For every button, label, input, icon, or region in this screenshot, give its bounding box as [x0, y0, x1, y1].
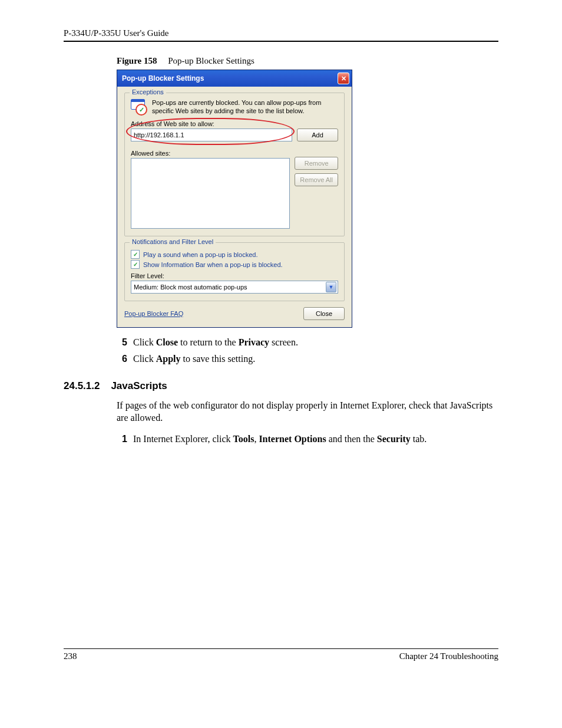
- footer-rule: [64, 648, 498, 649]
- step-text: Click Apply to save this setting.: [133, 353, 255, 365]
- steps-after-figure: 5 Click Close to return to the Privacy s…: [119, 336, 498, 366]
- checkbox-checked-icon[interactable]: ✓: [131, 250, 140, 259]
- address-input[interactable]: [131, 129, 292, 141]
- dialog-title: Pop-up Blocker Settings: [122, 74, 204, 83]
- allowed-label: Allowed sites:: [131, 150, 338, 157]
- exceptions-legend: Exceptions: [130, 88, 166, 95]
- chevron-down-icon: ▼: [326, 282, 336, 292]
- address-highlight: [131, 129, 292, 141]
- allowed-row: Remove Remove All: [131, 157, 338, 229]
- step-5: 5 Click Close to return to the Privacy s…: [119, 336, 498, 349]
- filter-level-label: Filter Level:: [131, 272, 338, 279]
- faq-link[interactable]: Pop-up Blocker FAQ: [124, 310, 183, 317]
- step-text: In Internet Explorer, click Tools, Inter…: [133, 433, 427, 446]
- show-bar-row: ✓ Show Information Bar when a pop-up is …: [131, 260, 338, 269]
- play-sound-row: ✓ Play a sound when a pop-up is blocked.: [131, 250, 338, 259]
- page-number: 238: [64, 651, 77, 661]
- step-text: Click Close to return to the Privacy scr…: [133, 336, 298, 349]
- checkbox-checked-icon[interactable]: ✓: [131, 260, 140, 269]
- section-paragraph: If pages of the web configurator do not …: [117, 399, 498, 424]
- section-heading: 24.5.1.2 JavaScripts: [64, 380, 498, 392]
- dialog-body: Exceptions ✓ Pop-ups are currently block…: [117, 87, 352, 327]
- step-6: 6 Click Apply to save this setting.: [119, 353, 498, 365]
- step-number: 5: [119, 336, 127, 349]
- notifications-group: Notifications and Filter Level ✓ Play a …: [124, 242, 345, 301]
- step-number: 1: [119, 433, 127, 446]
- exceptions-group: Exceptions ✓ Pop-ups are currently block…: [124, 93, 345, 236]
- section-title: JavaScripts: [111, 380, 167, 391]
- close-icon[interactable]: ✕: [338, 73, 349, 84]
- figure-label: Figure 158: [117, 56, 157, 65]
- step-1: 1 In Internet Explorer, click Tools, Int…: [119, 433, 498, 446]
- info-row: ✓ Pop-ups are currently blocked. You can…: [131, 99, 338, 116]
- address-label: Address of Web site to allow:: [131, 120, 338, 127]
- notifications-legend: Notifications and Filter Level: [130, 238, 216, 245]
- filter-level-value: Medium: Block most automatic pop-ups: [134, 284, 247, 291]
- filter-level-select[interactable]: Medium: Block most automatic pop-ups ▼: [131, 281, 338, 294]
- page-footer: 238 Chapter 24 Troubleshooting: [64, 648, 498, 661]
- running-head: P-334U/P-335U User's Guide: [64, 28, 498, 38]
- remove-button[interactable]: Remove: [295, 157, 338, 170]
- dialog-footer: Pop-up Blocker FAQ Close: [124, 307, 345, 320]
- allowed-sites-list[interactable]: [131, 158, 290, 229]
- popup-info-icon: ✓: [131, 99, 147, 116]
- show-bar-label: Show Information Bar when a pop-up is bl…: [143, 261, 283, 268]
- header-rule: [64, 41, 498, 42]
- footer-row: 238 Chapter 24 Troubleshooting: [64, 651, 498, 661]
- chapter-label: Chapter 24 Troubleshooting: [399, 651, 498, 661]
- dialog-titlebar: Pop-up Blocker Settings ✕: [117, 70, 352, 87]
- document-page: P-334U/P-335U User's Guide Figure 158 Po…: [0, 0, 562, 690]
- figure-title: Pop-up Blocker Settings: [168, 56, 254, 65]
- section-number: 24.5.1.2: [64, 380, 100, 391]
- remove-all-button[interactable]: Remove All: [295, 173, 338, 186]
- add-button[interactable]: Add: [297, 129, 338, 141]
- figure-caption: Figure 158 Pop-up Blocker Settings: [117, 56, 498, 66]
- list-side-buttons: Remove Remove All: [295, 157, 338, 186]
- info-text: Pop-ups are currently blocked. You can a…: [152, 99, 338, 116]
- address-row: Add: [131, 129, 338, 141]
- popup-blocker-dialog: Pop-up Blocker Settings ✕ Exceptions ✓ P…: [117, 70, 352, 328]
- close-button[interactable]: Close: [303, 307, 345, 320]
- step-number: 6: [119, 353, 127, 365]
- play-sound-label: Play a sound when a pop-up is blocked.: [143, 251, 257, 258]
- steps-section: 1 In Internet Explorer, click Tools, Int…: [119, 433, 498, 446]
